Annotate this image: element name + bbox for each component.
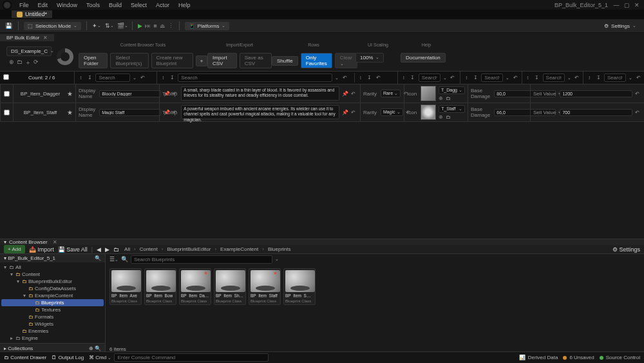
add-collection-icon[interactable]: ⊕ <box>89 346 93 351</box>
history-fwd-icon[interactable]: ▶ <box>105 246 109 253</box>
menu-file[interactable]: File <box>15 1 33 9</box>
browse-icon[interactable]: ⊕ <box>439 114 443 120</box>
tab-bp-bulk-editor[interactable]: BP Bulk Editor✕ <box>0 34 54 41</box>
pin-icon[interactable]: 📌 <box>342 110 348 115</box>
skip-icon[interactable]: ⏭ <box>145 23 151 29</box>
menu-window[interactable]: Window <box>53 1 81 9</box>
menu-build[interactable]: Build <box>105 1 126 9</box>
search-input[interactable] <box>543 74 565 82</box>
save-csv-button[interactable]: Save as CSV <box>240 53 272 68</box>
favorite-icon[interactable]: ★ <box>67 109 73 116</box>
display-name-input[interactable] <box>99 109 161 116</box>
filter-icon[interactable]: ☰⌄ <box>109 256 118 262</box>
search-input[interactable] <box>95 74 130 82</box>
only-favorites-button[interactable]: Only Favorites <box>301 53 332 68</box>
select-all-checkbox[interactable] <box>3 74 9 80</box>
sell-value-input[interactable] <box>560 90 632 97</box>
search-input[interactable] <box>481 74 503 82</box>
import-button[interactable]: 📥 Import <box>29 246 54 253</box>
breadcrumb[interactable]: All›Content›BlueprintBulkEditor›ExampleC… <box>123 246 292 252</box>
favorite-icon[interactable]: ★ <box>67 90 73 97</box>
marketplace-icon[interactable]: ⇅⌄ <box>105 21 114 30</box>
add-content-icon[interactable]: ✦⌄ <box>92 21 101 30</box>
rarity-dropdown[interactable]: Rare⌄ <box>381 90 401 97</box>
shuffle-button[interactable]: Shuffle <box>272 56 298 66</box>
tab-untitled[interactable]: Untitled* <box>12 10 52 18</box>
menu-select[interactable]: Select <box>127 1 151 9</box>
search-input[interactable] <box>419 74 440 82</box>
select-blueprints-button[interactable]: Select Blueprint(s) <box>110 53 148 68</box>
platforms-dropdown[interactable]: 📱Platforms⌄ <box>185 22 230 30</box>
icon-thumbnail[interactable] <box>421 104 436 120</box>
eject-icon[interactable]: ⏏ <box>160 23 166 29</box>
tree-item[interactable]: 🗀ConfigDataAssets <box>1 285 104 292</box>
asset-tile[interactable]: BP_Item_ShieldBlueprint Class <box>214 268 246 305</box>
search-icon[interactable]: 🔍 <box>95 255 101 261</box>
asset-search-input[interactable] <box>131 255 272 264</box>
cinematics-icon[interactable]: 🎬⌄ <box>118 21 127 30</box>
sort-icon[interactable]: ↧ <box>169 75 175 81</box>
menu-actor[interactable]: Actor <box>152 1 173 9</box>
icon-asset-dropdown[interactable]: T_Dagg⌄ <box>439 86 465 94</box>
maximize-icon[interactable]: ▢ <box>622 2 631 8</box>
add-icon[interactable]: ＋ <box>25 59 31 67</box>
settings-button[interactable]: ⚙ Settings <box>612 246 640 253</box>
sort-icon[interactable]: ↧ <box>86 75 93 81</box>
icon-thumbnail[interactable] <box>421 86 436 101</box>
tree-item[interactable]: ▾🗀Content <box>1 271 104 278</box>
tooltip-input[interactable]: A small, sharp blade coated in a thin la… <box>181 86 339 101</box>
asset-tile[interactable]: BP_Item_SwordBlueprint Class <box>283 268 316 305</box>
folder-icon[interactable]: 🗀 <box>446 114 451 120</box>
asset-tile[interactable]: BP_Item_AxeBlueprint Class <box>109 268 142 305</box>
clear-button[interactable]: Clear ⌄ <box>335 53 357 68</box>
refresh-icon[interactable]: ⟳ <box>33 59 39 67</box>
folder-icon[interactable]: 🗀 <box>17 59 23 67</box>
breadcrumb-segment[interactable]: BlueprintBulkEditor <box>166 246 212 252</box>
play-options-icon[interactable]: ⋮ <box>168 23 174 29</box>
close-icon[interactable]: ✕ <box>632 2 641 8</box>
asset-tile[interactable]: BP_Item_StaffBlueprint Class <box>249 268 281 305</box>
browse-icon[interactable]: ⊕ <box>9 59 14 67</box>
row-checkbox[interactable] <box>4 110 10 115</box>
browse-icon[interactable]: ⊕ <box>439 95 443 101</box>
content-drawer-button[interactable]: 🗀 Content Drawer <box>4 355 46 360</box>
create-blueprint-button[interactable]: Create new Blueprint <box>151 53 193 68</box>
close-panel-icon[interactable]: ✕ <box>53 239 57 245</box>
tree-item[interactable]: 🗀Widgets <box>1 320 104 328</box>
documentation-button[interactable]: Documentation <box>401 53 446 63</box>
breadcrumb-segment[interactable]: Content <box>138 246 159 252</box>
menu-help[interactable]: Help <box>175 1 194 9</box>
selection-mode-dropdown[interactable]: ⬚Selection Mode⌄ <box>24 22 81 30</box>
sell-value-input[interactable] <box>560 109 632 116</box>
output-log-button[interactable]: 🗒 Output Log <box>52 355 84 360</box>
minimize-icon[interactable]: — <box>612 2 621 8</box>
save-icon[interactable]: 💾 <box>4 21 13 30</box>
row-checkbox[interactable] <box>4 91 10 97</box>
menu-edit[interactable]: Edit <box>34 1 52 9</box>
breadcrumb-segment[interactable]: Blueprints <box>267 246 292 252</box>
stop-icon[interactable]: ■ <box>153 23 156 29</box>
source-control-status[interactable]: Source Control <box>600 355 640 360</box>
tree-item[interactable]: ▾🗀BlueprintBulkEditor <box>1 278 104 285</box>
reset-icon[interactable]: ↶ <box>341 75 348 81</box>
folder-icon[interactable]: 🗀 <box>113 246 119 253</box>
unsaved-status[interactable]: 6 Unsaved <box>563 355 594 360</box>
display-name-input[interactable] <box>99 90 161 97</box>
play-icon[interactable]: ▶ <box>138 23 142 29</box>
asset-tile[interactable]: BP_Item_BowBlueprint Class <box>144 268 176 305</box>
sort-icon[interactable]: ↕ <box>77 75 84 81</box>
add-button[interactable]: ＋ <box>196 55 207 66</box>
search-history-dropdown[interactable]: ⌄ <box>275 257 279 262</box>
tooltip-input[interactable]: A powerful weapon imbued with ancient ar… <box>181 105 339 119</box>
import-csv-button[interactable]: Import CSV <box>207 53 237 68</box>
derived-data-status[interactable]: 📊 Derived Data <box>519 355 558 360</box>
save-all-button[interactable]: 💾 Save All <box>58 246 88 253</box>
tree-item[interactable]: 🗀Textures <box>1 306 104 313</box>
menu-tools[interactable]: Tools <box>82 1 104 9</box>
history-back-icon[interactable]: ◀ <box>97 246 101 253</box>
settings-dropdown[interactable]: ⚙Settings⌄ <box>600 22 640 30</box>
tree-item[interactable]: ▾🗀All <box>1 264 104 271</box>
tree-item[interactable]: 🗀Enemies <box>1 328 104 335</box>
reset-icon[interactable]: ↶ <box>139 75 146 81</box>
open-folder-button[interactable]: Open Folder <box>79 53 108 68</box>
